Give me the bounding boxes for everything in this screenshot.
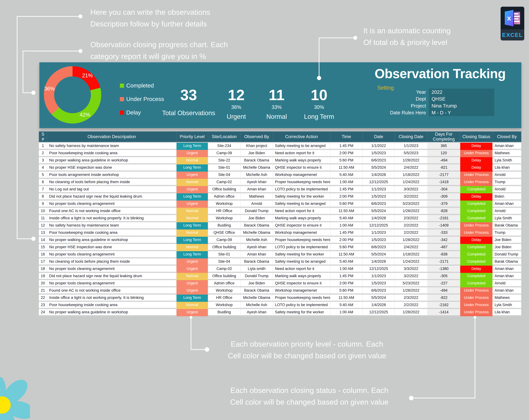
column-header-corrective-action[interactable]: Corrective Action [273,131,330,142]
cell-closing-status[interactable]: Under Process [460,294,493,302]
cell-site-location[interactable]: Workshop [208,201,240,208]
cell-time[interactable]: 5:60 PM [330,244,363,251]
cell-closed-by[interactable]: Aman khan [493,201,521,208]
cell-closing-status[interactable]: Under Process [460,287,493,294]
cell-closing-status[interactable]: Delay [460,143,493,150]
cell-time[interactable]: 5:40 AM [330,215,363,222]
cell-closed-by[interactable]: Lyla Smith [493,215,521,222]
cell-time[interactable]: 5:40 AM [330,258,363,266]
cell-serial[interactable]: 16 [39,251,47,258]
cell-date[interactable]: 1/5/2023 [363,280,395,287]
cell-priority[interactable]: Normal [176,273,208,280]
cell-corrective-action[interactable]: QHSE inspector to ensure it [273,164,330,172]
cell-time[interactable]: 1:45 PM [330,229,363,237]
cell-closing-status[interactable]: Completed [460,244,493,251]
cell-corrective-action[interactable]: Safety meeting for the worker [273,251,330,258]
cell-description[interactable]: No proper walking area guideline in work… [47,309,176,316]
cell-closed-by[interactable]: Trump [493,229,521,237]
cell-priority[interactable]: Long Term [176,222,208,229]
cell-closing-status[interactable]: Under Process [460,309,493,316]
cell-priority[interactable]: Long Term [176,143,208,150]
cell-serial[interactable]: 8 [39,193,47,201]
cell-serial[interactable]: 2 [39,150,47,157]
cell-days-for-completing[interactable]: -309 [427,193,460,201]
cell-date[interactable]: 12/12/2025 [363,309,395,316]
cell-observed-by[interactable]: Barack Obama [240,157,273,164]
cell-closed-by[interactable]: Biden [493,193,521,201]
cell-site-location[interactable]: QHSE Office [208,229,240,237]
column-header-observed-by[interactable]: Observed By [240,131,273,142]
cell-closing-date[interactable]: 2/2/2022 [395,229,427,237]
cell-closing-status[interactable]: Completed [460,280,493,287]
cell-serial[interactable]: 13 [39,229,47,237]
cell-serial[interactable]: 23 [39,302,47,309]
cell-description[interactable]: Inside office a light is not working pro… [47,294,176,302]
cell-date[interactable]: 5/5/2024 [363,294,395,302]
cell-priority[interactable]: Long Term [176,193,208,201]
column-header-closing-date[interactable]: Closing Date [395,131,427,142]
cell-priority[interactable]: Long Term [176,294,208,302]
cell-corrective-action[interactable]: Marking walk ways properly [273,157,330,164]
cell-days-for-completing[interactable]: -494 [427,157,460,164]
cell-closed-by[interactable]: Barak Obama [493,222,521,229]
cell-days-for-completing[interactable]: -487 [427,244,460,251]
cell-date[interactable]: 1/5/2023 [363,150,395,157]
column-header-site-location[interactable]: Site/Location [208,131,240,142]
cell-time[interactable]: 2:00 PM [330,150,363,157]
cell-corrective-action[interactable]: QHSE inspector to ensure it [273,222,330,229]
cell-priority[interactable]: Long Term [176,164,208,172]
cell-closed-by[interactable]: Arnold [493,172,521,179]
cell-priority[interactable]: Normal [176,215,208,222]
cell-date[interactable]: 1/1/2023 [363,273,395,280]
cell-serial[interactable]: 14 [39,237,47,244]
cell-serial[interactable]: 9 [39,201,47,208]
cell-time[interactable]: 5:60 PM [330,157,363,164]
cell-closing-status[interactable]: Completed [460,215,493,222]
cell-priority[interactable]: Normal [176,208,208,215]
cell-site-location[interactable]: Site-01 [208,164,240,172]
cell-days-for-completing[interactable]: -822 [427,294,460,302]
cell-closing-date[interactable]: 3/3/2022 [395,186,427,193]
cell-date[interactable]: 1/5/2023 [363,237,395,244]
cell-serial[interactable]: 3 [39,157,47,164]
cell-serial[interactable]: 19 [39,273,47,280]
cell-description[interactable]: No proper tools cleaning arragenemnt [47,280,176,287]
cell-corrective-action[interactable]: Workshop managemenet [273,172,330,179]
cell-priority[interactable]: Urgent [176,150,208,157]
cell-closing-status[interactable]: Under Process [460,229,493,237]
cell-time[interactable]: 11:50 AM [330,164,363,172]
cell-observed-by[interactable]: Michelle Obama [240,294,273,302]
cell-priority[interactable]: Normal [176,302,208,309]
cell-closing-status[interactable]: Completed [460,208,493,215]
cell-priority[interactable]: Normal [176,229,208,237]
column-header-closing-status[interactable]: Closing Status [460,131,493,142]
cell-priority[interactable]: Normal [176,157,208,164]
cell-closing-date[interactable]: 5/5/2023 [395,150,427,157]
cell-time[interactable]: 11:50 AM [330,251,363,258]
cell-site-location[interactable]: Workshop [208,302,240,309]
cell-corrective-action[interactable]: QHSE inspector to ensure it [273,280,330,287]
cell-site-location[interactable]: Camp-02 [208,266,240,273]
cell-observed-by[interactable]: Barack Obama [240,258,273,266]
cell-time[interactable]: 5:60 PM [330,287,363,294]
cell-corrective-action[interactable]: Need action report for it [273,208,330,215]
cell-description[interactable]: No Log out and tag out [47,186,176,193]
cell-serial[interactable]: 15 [39,244,47,251]
cell-closed-by[interactable]: Joe Biden [493,244,521,251]
cell-description[interactable]: Did not place hazard sign near the liqui… [47,273,176,280]
cell-serial[interactable]: 4 [39,164,47,172]
cell-observed-by[interactable]: Barack Obama [240,287,273,294]
cell-site-location[interactable]: Office building [208,273,240,280]
cell-corrective-action[interactable]: Workshop managemenet [273,287,330,294]
cell-site-location[interactable]: Site-01 [208,251,240,258]
cell-date[interactable]: 12/12/2025 [363,179,395,186]
cell-closed-by[interactable]: Aman khan [493,287,521,294]
cell-serial[interactable]: 17 [39,258,47,266]
cell-closed-by[interactable]: Aman khan [493,266,521,273]
cell-date[interactable]: 12/12/2025 [363,266,395,273]
column-header-date[interactable]: Date [363,131,395,142]
cell-site-location[interactable]: Site-234 [208,143,240,150]
cell-closing-status[interactable]: Delay [460,237,493,244]
cell-date[interactable]: 12/12/2025 [363,222,395,229]
cell-description[interactable]: Poor housekeeping inside cooking area [47,302,176,309]
